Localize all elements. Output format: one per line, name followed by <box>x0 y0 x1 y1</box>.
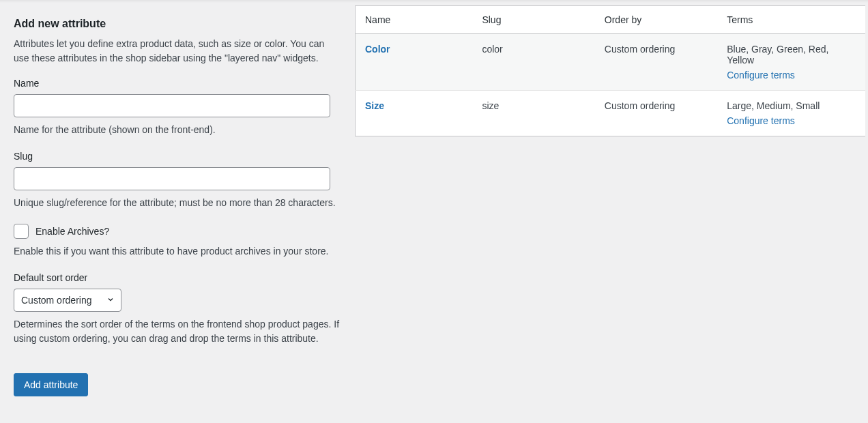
name-label: Name <box>14 78 341 89</box>
col-orderby: Order by <box>595 6 717 34</box>
attribute-terms: Large, Medium, Small <box>727 100 820 111</box>
attribute-slug: color <box>472 34 594 91</box>
slug-input[interactable] <box>14 167 330 190</box>
col-slug: Slug <box>472 6 594 34</box>
attribute-name-link[interactable]: Size <box>365 100 384 111</box>
attribute-name-link[interactable]: Color <box>365 44 390 55</box>
slug-label: Slug <box>14 151 341 162</box>
name-input[interactable] <box>14 94 330 117</box>
slug-help: Unique slug/reference for the attribute;… <box>14 196 341 210</box>
enable-archives-label: Enable Archives? <box>35 226 109 237</box>
attributes-table: Name Slug Order by Terms Color color Cus… <box>355 5 865 136</box>
table-row: Size size Custom ordering Large, Medium,… <box>356 91 866 136</box>
attribute-orderby: Custom ordering <box>595 34 717 91</box>
form-title: Add new attribute <box>14 18 341 30</box>
attribute-orderby: Custom ordering <box>595 91 717 136</box>
sort-order-select[interactable]: Custom ordering <box>14 289 121 312</box>
configure-terms-link[interactable]: Configure terms <box>727 115 795 126</box>
enable-archives-checkbox[interactable] <box>14 224 29 239</box>
attribute-slug: size <box>472 91 594 136</box>
col-terms: Terms <box>717 6 865 34</box>
col-name: Name <box>356 6 473 34</box>
sort-help: Determines the sort order of the terms o… <box>14 317 341 346</box>
configure-terms-link[interactable]: Configure terms <box>727 70 795 81</box>
attribute-terms: Blue, Gray, Green, Red, Yellow <box>727 44 828 65</box>
add-attribute-button[interactable]: Add attribute <box>14 373 88 396</box>
archives-help: Enable this if you want this attribute t… <box>14 244 341 259</box>
form-description: Attributes let you define extra product … <box>14 37 341 65</box>
sort-label: Default sort order <box>14 272 341 283</box>
name-help: Name for the attribute (shown on the fro… <box>14 123 341 137</box>
table-row: Color color Custom ordering Blue, Gray, … <box>356 34 866 91</box>
